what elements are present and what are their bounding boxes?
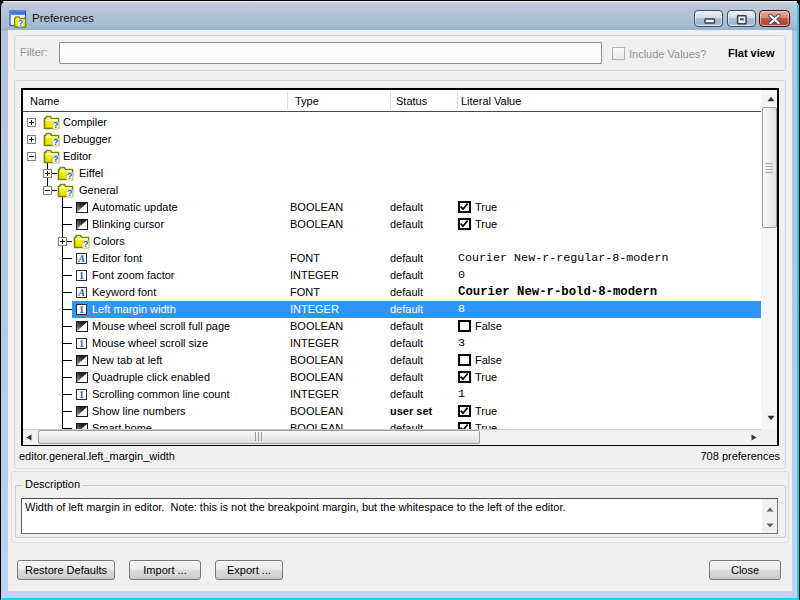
svg-text:?: ? — [67, 188, 73, 198]
svg-text:?: ? — [67, 171, 73, 181]
svg-text:?: ? — [53, 154, 59, 164]
svg-text:?: ? — [53, 120, 59, 130]
svg-text:?: ? — [18, 18, 23, 28]
svg-text:?: ? — [53, 137, 59, 147]
svg-text:?: ? — [83, 239, 89, 249]
